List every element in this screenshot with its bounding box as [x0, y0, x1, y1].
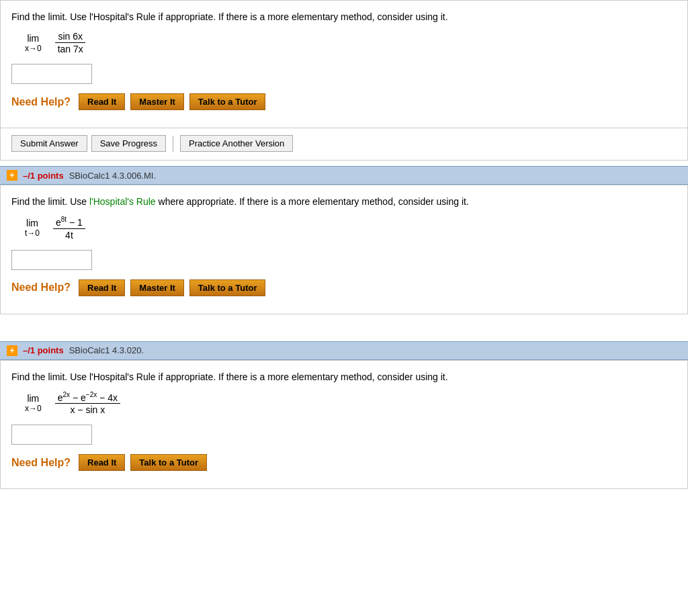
problem-2-instruction: Find the limit. Use l'Hospital's Rule wh…	[11, 195, 677, 209]
read-it-btn-1[interactable]: Read It	[79, 93, 125, 110]
numerator-3: e2x − e−2x − 4x	[55, 391, 120, 404]
problem-3: Find the limit. Use l'Hospital's Rule if…	[0, 360, 688, 490]
spacer-1	[0, 161, 688, 166]
fraction-3: e2x − e−2x − 4x x − sin x	[55, 391, 120, 416]
problem-2-math: lim t→0 e8t − 1 4t	[25, 216, 677, 240]
expand-btn-2[interactable]: +	[7, 170, 17, 181]
lim-label-1: lim	[27, 33, 39, 44]
fraction-2: e8t − 1 4t	[53, 216, 85, 240]
problem-3-content: Find the limit. Use l'Hospital's Rule if…	[1, 361, 687, 489]
talk-to-tutor-btn-3[interactable]: Talk to a Tutor	[130, 454, 207, 471]
lhospital-link-2[interactable]: l'Hospital's Rule	[89, 196, 156, 207]
answer-input-3[interactable]	[11, 425, 92, 445]
problem-3-math: lim x→0 e2x − e−2x − 4x x − sin x	[25, 391, 677, 416]
problem-id-2: SBioCalc1 4.3.006.MI.	[69, 171, 156, 181]
problem-2: Find the limit. Use l'Hospital's Rule wh…	[0, 185, 688, 314]
problem-1-content: Find the limit. Use l'Hospital's Rule if…	[1, 1, 687, 128]
answer-input-1[interactable]	[11, 64, 92, 84]
section-header-2: + –/1 points SBioCalc1 4.3.006.MI.	[0, 166, 688, 185]
read-it-btn-2[interactable]: Read It	[79, 279, 125, 296]
lim-condition-2: t→0	[25, 228, 40, 238]
lim-label-2: lim	[26, 218, 38, 228]
lim-block-3: lim x→0	[25, 393, 42, 413]
lim-block-2: lim t→0	[25, 218, 40, 238]
points-label-2: –/1 points	[23, 171, 64, 181]
lim-block-1: lim x→0	[25, 33, 42, 53]
numerator-2: e8t − 1	[53, 216, 85, 229]
problem-id-3: SBioCalc1 4.3.020.	[69, 345, 144, 355]
denominator-3: x − sin x	[67, 404, 108, 415]
talk-to-tutor-btn-1[interactable]: Talk to a Tutor	[189, 93, 266, 110]
need-help-label-1: Need Help?	[11, 96, 71, 108]
problem-2-content: Find the limit. Use l'Hospital's Rule wh…	[1, 185, 687, 314]
save-progress-btn-1[interactable]: Save Progress	[91, 135, 166, 152]
expand-btn-3[interactable]: +	[7, 345, 17, 356]
fraction-1: sin 6x tan 7x	[55, 31, 86, 54]
need-help-label-3: Need Help?	[11, 457, 71, 469]
need-help-row-1: Need Help? Read It Master It Talk to a T…	[11, 93, 677, 110]
problem-1: Find the limit. Use l'Hospital's Rule if…	[0, 0, 688, 161]
need-help-label-2: Need Help?	[11, 281, 71, 294]
need-help-row-2: Need Help? Read It Master It Talk to a T…	[11, 279, 677, 296]
talk-to-tutor-btn-2[interactable]: Talk to a Tutor	[189, 279, 266, 296]
points-label-3: –/1 points	[23, 345, 64, 355]
master-it-btn-2[interactable]: Master It	[130, 279, 183, 296]
section-header-3: + –/1 points SBioCalc1 4.3.020.	[0, 341, 688, 360]
submit-answer-btn-1[interactable]: Submit Answer	[11, 135, 87, 152]
numerator-1: sin 6x	[55, 31, 85, 43]
denominator-1: tan 7x	[55, 43, 86, 54]
problem-3-instruction: Find the limit. Use l'Hospital's Rule if…	[11, 370, 677, 384]
problem-1-instruction: Find the limit. Use l'Hospital's Rule if…	[11, 10, 677, 24]
read-it-btn-3[interactable]: Read It	[79, 454, 125, 471]
lim-label-3: lim	[27, 393, 39, 404]
answer-input-2[interactable]	[11, 250, 92, 270]
spacer-2	[0, 314, 688, 341]
master-it-btn-1[interactable]: Master It	[130, 93, 183, 110]
lim-condition-1: x→0	[25, 44, 42, 53]
separator-1	[173, 136, 173, 152]
lim-condition-3: x→0	[25, 404, 42, 413]
practice-another-btn-1[interactable]: Practice Another Version	[180, 135, 293, 152]
need-help-row-3: Need Help? Read It Talk to a Tutor	[11, 454, 677, 471]
denominator-2: 4t	[62, 229, 76, 240]
problem-1-math: lim x→0 sin 6x tan 7x	[25, 31, 677, 54]
action-row-1: Submit Answer Save Progress Practice Ano…	[1, 128, 687, 160]
